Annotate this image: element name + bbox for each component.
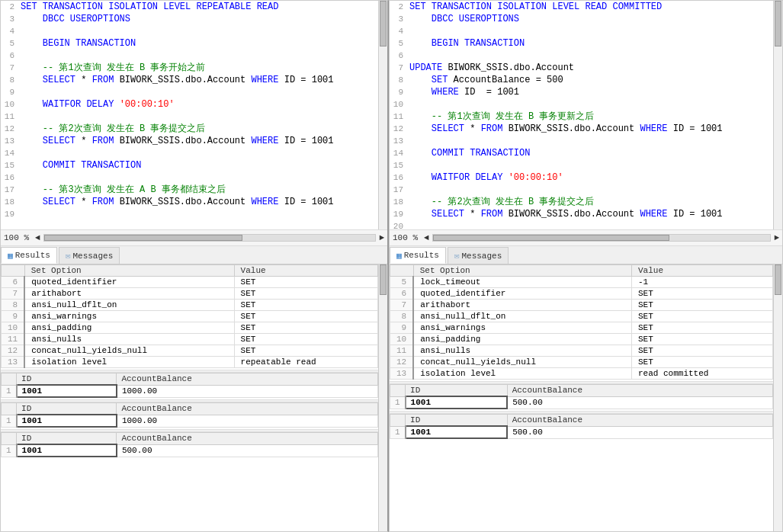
line-content: COMMIT TRANSACTION — [18, 159, 378, 171]
left-scroll-right-btn[interactable]: ► — [379, 233, 384, 242]
code-token: WAITFOR DELAY — [409, 172, 509, 183]
line-content: SET TRANSACTION ISOLATION LEVEL READ COM… — [406, 1, 773, 13]
left-tab-messages[interactable]: ✉ Messages — [59, 247, 120, 264]
code-token: FROM — [92, 197, 114, 207]
line-number: 11 — [390, 111, 406, 123]
table-cell: ansi_warnings — [24, 311, 234, 322]
right-scroll-left-btn[interactable]: ◄ — [424, 233, 429, 242]
table-row: 11001500.00 — [390, 426, 773, 438]
result-grid-table: IDAccountBalance11001500.00 — [390, 384, 773, 409]
left-results-scrollbar[interactable] — [378, 264, 387, 531]
right-code-scroll[interactable]: 2SET TRANSACTION ISOLATION LEVEL READ CO… — [390, 1, 773, 229]
right-tab-bar: ▦ Results ✉ Messages — [390, 246, 782, 264]
right-results-icon: ▦ — [396, 251, 402, 261]
code-line: 17 — [390, 184, 773, 196]
right-results-content[interactable]: Set OptionValue5lock_timeout-16quoted_id… — [390, 264, 773, 531]
table-cell: 7 — [2, 288, 25, 300]
code-line: 10 WAITFOR DELAY '00:00:10' — [1, 98, 378, 111]
line-number: 14 — [390, 147, 406, 159]
left-hscrollbar[interactable] — [43, 234, 377, 242]
table-cell: 11 — [2, 334, 25, 345]
code-token: ID = 1001 — [278, 75, 333, 85]
result-header-row: IDAccountBalance — [2, 403, 378, 415]
column-header: Set Option — [24, 265, 234, 277]
set-options-section: Set OptionValue6quoted_identifierSET7ari… — [1, 264, 378, 368]
column-header — [390, 385, 406, 397]
code-line: 18 SELECT * FROM BIWORK_SSIS.dbo.Account… — [1, 196, 378, 208]
line-number: 14 — [1, 147, 18, 159]
table-cell: SET — [631, 311, 772, 322]
code-token: -- — [21, 123, 59, 134]
right-hscrollbar-thumb[interactable] — [433, 235, 669, 241]
code-line: 16 WAITFOR DELAY '00:00:10' — [390, 171, 773, 184]
line-content: BEGIN TRANSACTION — [18, 37, 378, 50]
table-row: 11ansi_nullsSET — [390, 345, 773, 357]
code-token: -- — [21, 184, 59, 195]
code-token: FROM — [481, 209, 503, 220]
code-line: 9 — [1, 86, 378, 98]
code-line: 6 — [1, 50, 378, 62]
line-number: 2 — [1, 1, 18, 13]
code-token: '00:00:10' — [120, 99, 175, 110]
line-content: SET AccountBalance = 500 — [406, 74, 773, 86]
left-code-scroll[interactable]: 2SET TRANSACTION ISOLATION LEVEL REPEATA… — [1, 1, 378, 229]
line-content — [406, 220, 773, 229]
code-line: 8 SELECT * FROM BIWORK_SSIS.dbo.Account … — [1, 74, 378, 86]
left-results-content[interactable]: Set OptionValue6quoted_identifierSET7ari… — [1, 264, 378, 531]
table-cell: 9 — [390, 322, 414, 334]
line-content: SELECT * FROM BIWORK_SSIS.dbo.Account WH… — [18, 196, 378, 208]
table-cell: concat_null_yields_null — [413, 357, 631, 368]
right-tab-results[interactable]: ▦ Results — [390, 247, 446, 264]
result-grid-table: IDAccountBalance11001500.00 — [1, 432, 378, 457]
table-cell: 1 — [2, 444, 17, 457]
left-messages-label: Messages — [72, 252, 113, 261]
code-token: WHERE — [251, 136, 278, 146]
right-scroll-right-btn[interactable]: ► — [774, 233, 779, 242]
table-cell: 8 — [2, 300, 25, 311]
column-header: ID — [17, 403, 117, 415]
right-hscrollbar[interactable] — [432, 234, 772, 242]
table-row: 110011000.00 — [2, 415, 378, 427]
table-cell: 1001 — [17, 444, 117, 457]
code-line: 5 BEGIN TRANSACTION — [1, 37, 378, 50]
code-token: BIWORK_SSIS.dbo.Account — [114, 197, 251, 207]
table-cell: 1001 — [406, 426, 508, 438]
table-row: 13isolation levelrepeatable read — [2, 357, 378, 368]
column-header: AccountBalance — [117, 373, 378, 386]
right-code-scrollbar-thumb[interactable] — [775, 1, 781, 46]
code-token: WHERE — [409, 87, 459, 98]
left-code-scrollbar[interactable] — [378, 1, 387, 229]
code-line: 11 -- 第1次查询 发生在 B 事务更新之后 — [390, 111, 773, 123]
right-results-scrollbar[interactable] — [773, 264, 782, 531]
line-number: 7 — [390, 62, 406, 74]
line-content: -- 第1次查询 发生在 B 事务更新之后 — [406, 111, 773, 123]
line-content: WAITFOR DELAY '00:00:10' — [18, 98, 378, 111]
table-cell: SET — [631, 322, 772, 334]
code-token: ID = 1001 — [667, 123, 722, 134]
code-line: 19 SELECT * FROM BIWORK_SSIS.dbo.Account… — [390, 208, 773, 220]
table-row: 9ansi_warningsSET — [2, 311, 378, 322]
column-header: AccountBalance — [507, 385, 772, 397]
left-code-scrollbar-thumb[interactable] — [380, 1, 387, 46]
right-code-scrollbar[interactable] — [773, 1, 782, 229]
table-cell: 6 — [390, 288, 414, 300]
code-line: 7 -- 第1次查询 发生在 B 事务开始之前 — [1, 62, 378, 74]
left-results-label: Results — [15, 251, 50, 260]
line-content: SELECT * FROM BIWORK_SSIS.dbo.Account WH… — [406, 123, 773, 135]
table-cell: quoted_identifier — [24, 277, 234, 288]
table-row: 12concat_null_yields_nullSET — [2, 345, 378, 357]
left-scroll-left-btn[interactable]: ◄ — [35, 233, 40, 242]
right-tab-messages[interactable]: ✉ Messages — [448, 247, 509, 264]
right-results-scrollbar-thumb[interactable] — [775, 264, 781, 295]
left-hscrollbar-thumb[interactable] — [44, 235, 243, 241]
code-line: 7UPDATE BIWORK_SSIS.dbo.Account — [390, 62, 773, 74]
table-cell: 10 — [2, 322, 25, 334]
code-token: 第2次查询 发生在 B 事务提交之后 — [448, 197, 594, 207]
table-cell: 11 — [390, 345, 414, 357]
table-cell: 1001 — [17, 385, 117, 397]
left-results-scrollbar-thumb[interactable] — [380, 264, 387, 295]
line-number: 20 — [390, 220, 406, 229]
code-token: FROM — [92, 136, 114, 146]
table-cell: 5 — [390, 277, 414, 288]
left-tab-results[interactable]: ▦ Results — [1, 247, 57, 264]
